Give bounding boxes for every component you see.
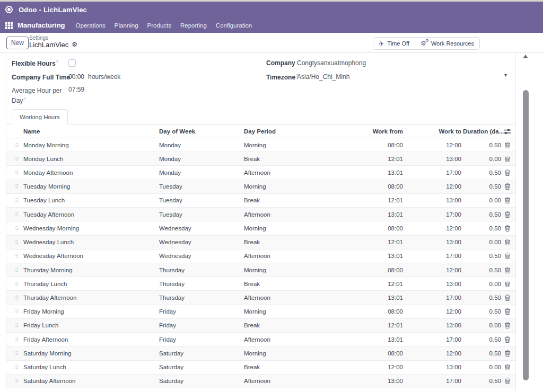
cell-work-to[interactable]: 12:00	[408, 225, 461, 231]
drag-handle-icon[interactable]: ⠿	[15, 239, 18, 245]
cell-work-to[interactable]: 12:00	[408, 142, 461, 148]
drag-handle-icon[interactable]: ⠿	[15, 267, 18, 273]
cell-day-of-week[interactable]: Thursday	[159, 295, 185, 301]
cell-name[interactable]: Saturday Afternoon	[23, 378, 75, 384]
cell-duration[interactable]: 0.50	[463, 211, 501, 218]
cell-day-of-week[interactable]: Tuesday	[159, 211, 182, 218]
cell-work-from[interactable]: 12:01	[350, 281, 403, 287]
working-hours-row[interactable]: ⠿ Tuesday Lunch Tuesday Break 12:01 13:0…	[6, 194, 515, 208]
cell-work-from[interactable]: 13:01	[350, 170, 403, 176]
cell-work-to[interactable]: 13:00	[408, 322, 461, 328]
cell-work-to[interactable]: 17:00	[408, 378, 461, 384]
working-hours-row[interactable]: ⠿ Monday Afternoon Monday Afternoon 13:0…	[6, 166, 515, 180]
cell-work-from[interactable]: 12:01	[350, 197, 403, 203]
working-hours-row[interactable]: ⠿ Monday Lunch Monday Break 12:01 13:00 …	[6, 152, 515, 166]
cell-name[interactable]: Friday Afternoon	[23, 336, 68, 343]
cell-day-of-week[interactable]: Thursday	[159, 267, 185, 273]
cell-name[interactable]: Monday Lunch	[23, 156, 63, 162]
cell-day-period[interactable]: Break	[244, 281, 260, 287]
drag-handle-icon[interactable]: ⠿	[15, 142, 18, 148]
scrollbar-up-arrow[interactable]	[523, 55, 528, 58]
cell-day-of-week[interactable]: Saturday	[159, 364, 183, 370]
breadcrumb-parent[interactable]: Settings	[29, 35, 77, 41]
cell-duration[interactable]: 0.50	[463, 225, 501, 231]
delete-row-icon[interactable]	[504, 155, 512, 162]
menu-item-operations[interactable]: Operations	[76, 22, 106, 29]
scrollbar-thumb[interactable]	[523, 90, 529, 380]
cell-name[interactable]: Monday Afternoon	[23, 170, 73, 176]
cell-work-to[interactable]: 12:00	[408, 183, 461, 190]
cell-work-to[interactable]: 13:00	[408, 197, 461, 203]
cell-day-of-week[interactable]: Friday	[159, 336, 176, 343]
timezone-select[interactable]: Asia/Ho_Chi_Minh	[297, 73, 349, 81]
cell-work-from[interactable]: 13:00	[350, 378, 403, 384]
delete-row-icon[interactable]	[504, 378, 512, 385]
cell-day-period[interactable]: Afternoon	[244, 253, 270, 259]
working-hours-row[interactable]: ⠿ Saturday Afternoon Saturday Afternoon …	[6, 375, 515, 388]
cell-duration[interactable]: 0.00	[463, 156, 501, 162]
cell-work-to[interactable]: 17:00	[408, 336, 461, 343]
app-name-manufacturing[interactable]: Manufacturing	[17, 21, 65, 29]
cell-day-of-week[interactable]: Wednesday	[159, 225, 191, 231]
working-hours-row[interactable]: ⠿ Thursday Afternoon Thursday Afternoon …	[6, 291, 515, 305]
cell-name[interactable]: Friday Morning	[23, 308, 64, 315]
cell-work-from[interactable]: 08:00	[350, 142, 403, 148]
drag-handle-icon[interactable]: ⠿	[15, 350, 18, 356]
cell-day-period[interactable]: Break	[244, 239, 260, 245]
cell-day-of-week[interactable]: Monday	[159, 142, 181, 148]
time-off-button[interactable]: ✈ Time Off	[373, 38, 414, 49]
cell-duration[interactable]: 0.50	[463, 170, 501, 176]
delete-row-icon[interactable]	[504, 336, 512, 343]
work-resources-button[interactable]: ⚙ ⚙ Work Resources	[415, 38, 479, 49]
working-hours-row[interactable]: ⠿ Tuesday Afternoon Tuesday Afternoon 13…	[6, 208, 515, 221]
cell-day-period[interactable]: Morning	[244, 183, 266, 190]
cell-name[interactable]: Thursday Afternoon	[23, 295, 76, 301]
tab-working-hours[interactable]: Working Hours	[12, 109, 68, 124]
timezone-caret-icon[interactable]: ▾	[504, 72, 507, 78]
cell-work-to[interactable]: 13:00	[408, 239, 461, 245]
cell-day-period[interactable]: Morning	[244, 225, 266, 231]
cell-duration[interactable]: 0.50	[463, 253, 501, 259]
cell-duration[interactable]: 0.00	[463, 364, 501, 370]
cell-day-period[interactable]: Afternoon	[244, 295, 270, 301]
new-button[interactable]: New	[6, 37, 29, 49]
cell-day-of-week[interactable]: Saturday	[159, 350, 183, 357]
cell-day-period[interactable]: Break	[244, 364, 260, 370]
menu-item-configuration[interactable]: Configuration	[216, 22, 252, 29]
drag-handle-icon[interactable]: ⠿	[15, 364, 18, 370]
delete-row-icon[interactable]	[504, 225, 512, 231]
cell-work-to[interactable]: 17:00	[408, 211, 461, 218]
cell-work-from[interactable]: 12:01	[350, 239, 403, 245]
cell-name[interactable]: Tuesday Morning	[23, 183, 70, 190]
cell-work-from[interactable]: 12:01	[350, 322, 403, 328]
actions-gear-icon[interactable]: ⚙	[72, 41, 77, 49]
cell-work-from[interactable]: 13:01	[350, 253, 403, 259]
cell-duration[interactable]: 0.00	[463, 281, 501, 287]
working-hours-row[interactable]: ⠿ Thursday Lunch Thursday Break 12:01 13…	[6, 277, 515, 291]
cell-name[interactable]: Thursday Lunch	[23, 281, 67, 287]
cell-day-of-week[interactable]: Monday	[159, 170, 181, 176]
cell-duration[interactable]: 0.00	[463, 197, 501, 203]
menu-item-products[interactable]: Products	[147, 22, 171, 29]
working-hours-row[interactable]: ⠿ Wednesday Afternoon Wednesday Afternoo…	[6, 250, 515, 263]
delete-row-icon[interactable]	[504, 308, 512, 315]
cell-day-period[interactable]: Afternoon	[244, 211, 270, 218]
cell-day-period[interactable]: Afternoon	[244, 378, 270, 384]
cell-work-from[interactable]: 08:00	[350, 350, 403, 357]
drag-handle-icon[interactable]: ⠿	[15, 336, 18, 342]
cell-name[interactable]: Wednesday Lunch	[23, 239, 74, 245]
cell-duration[interactable]: 0.00	[463, 239, 501, 245]
delete-row-icon[interactable]	[504, 239, 512, 246]
cell-duration[interactable]: 0.00	[463, 322, 501, 328]
working-hours-row[interactable]: ⠿ Monday Morning Monday Morning 08:00 12…	[6, 138, 515, 152]
company-value[interactable]: Congtysanxuatmophong	[297, 59, 366, 67]
cell-work-from[interactable]: 08:00	[350, 308, 403, 315]
cell-duration[interactable]: 0.50	[463, 295, 501, 301]
cell-work-to[interactable]: 13:00	[408, 364, 461, 370]
cell-duration[interactable]: 0.50	[463, 183, 501, 190]
drag-handle-icon[interactable]: ⠿	[15, 253, 18, 259]
cell-work-to[interactable]: 13:00	[408, 156, 461, 162]
delete-row-icon[interactable]	[504, 350, 512, 357]
cell-name[interactable]: Thursday Morning	[23, 267, 73, 273]
cell-name[interactable]: Wednesday Morning	[23, 225, 79, 231]
